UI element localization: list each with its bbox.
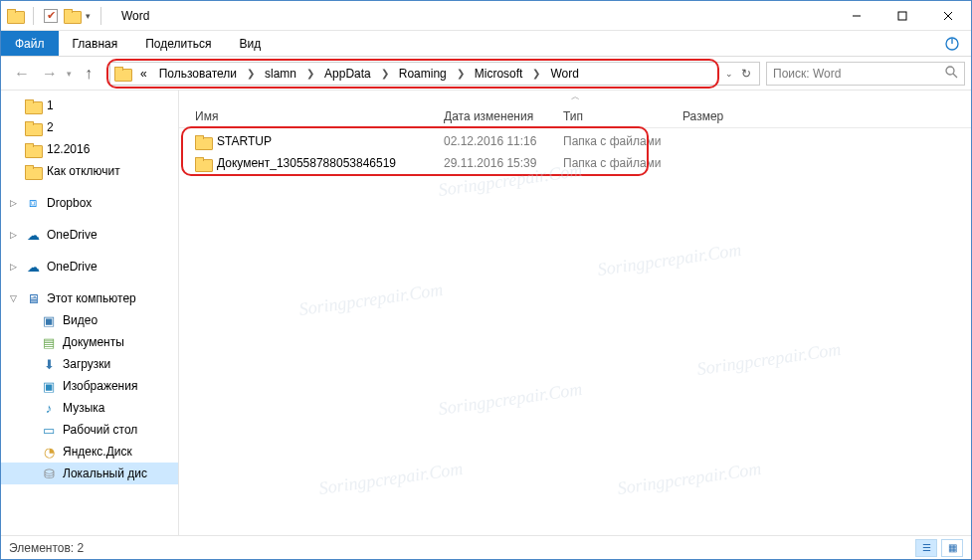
explorer-window: ✔ ▾ Word Файл Главная Поделиться Вид ← →… (0, 0, 972, 560)
nav-dropbox[interactable]: ▷⧈Dropbox (1, 192, 178, 214)
expand-icon[interactable]: ▷ (7, 230, 19, 240)
nav-label: Изображения (63, 379, 137, 393)
nav-label: Рабочий стол (63, 423, 137, 437)
col-type[interactable]: Тип (557, 109, 677, 123)
tab-view[interactable]: Вид (225, 31, 275, 56)
chevron-down-icon[interactable]: ▾ (86, 11, 91, 21)
folder-icon (195, 135, 211, 148)
nav-quick-item[interactable]: Как отключит (1, 160, 178, 182)
minimize-button[interactable] (834, 1, 879, 31)
tab-share[interactable]: Поделиться (131, 31, 225, 56)
breadcrumb-seg[interactable]: Пользователи (155, 67, 241, 81)
nav-quick-item[interactable]: 2 (1, 116, 178, 138)
expand-icon[interactable]: ▷ (7, 262, 19, 272)
folder-icon (7, 9, 23, 22)
nav-label: 2 (47, 120, 54, 134)
nav-label: Документы (63, 335, 124, 349)
up-button[interactable]: ↑ (78, 63, 99, 85)
breadcrumb-seg[interactable]: Word (546, 67, 582, 81)
nav-onedrive[interactable]: ▷☁OneDrive (1, 224, 178, 246)
window-title: Word (121, 9, 149, 23)
search-input[interactable]: Поиск: Word (766, 62, 965, 86)
file-row[interactable]: STARTUP 02.12.2016 11:16 Папка с файлами (189, 130, 971, 152)
watermark: Soringpcrepair.Com (317, 459, 464, 499)
close-button[interactable] (925, 1, 971, 31)
col-name[interactable]: Имя (189, 109, 438, 123)
file-list-pane: ︿ Имя Дата изменения Тип Размер STARTUP … (179, 91, 971, 535)
file-name: STARTUP (217, 134, 272, 148)
nav-pc-pictures[interactable]: ▣Изображения (1, 375, 178, 397)
expand-icon[interactable]: ▷ (7, 198, 19, 208)
column-headers: Имя Дата изменения Тип Размер (179, 104, 971, 128)
cloud-icon: ☁ (25, 227, 41, 243)
nav-onedrive[interactable]: ▷☁OneDrive (1, 256, 178, 278)
watermark: Soringpcrepair.Com (616, 459, 762, 499)
refresh-button[interactable]: ↻ (741, 67, 751, 81)
chevron-right-icon[interactable]: ❯ (245, 68, 257, 79)
ribbon-help-icon[interactable] (933, 31, 971, 56)
folder-icon (25, 143, 41, 156)
nav-pc-local-disk[interactable]: ⛁Локальный дис (1, 463, 178, 484)
file-rows: STARTUP 02.12.2016 11:16 Папка с файлами… (179, 128, 971, 174)
status-bar: Элементов: 2 ☰ ▦ (1, 535, 971, 559)
nav-pc-music[interactable]: ♪Музыка (1, 397, 178, 419)
breadcrumb-seg[interactable]: slamn (261, 67, 300, 81)
col-date[interactable]: Дата изменения (438, 109, 557, 123)
breadcrumb-seg[interactable]: AppData (320, 67, 375, 81)
watermark: Soringpcrepair.Com (437, 379, 583, 420)
computer-icon: 🖥 (25, 290, 41, 306)
breadcrumb-segments: « Пользователи❯ slamn❯ AppData❯ Roaming❯… (136, 67, 583, 81)
nav-pc-yandex-disk[interactable]: ◔Яндекс.Диск (1, 441, 178, 463)
forward-button[interactable]: → (39, 63, 61, 85)
svg-rect-1 (898, 12, 906, 20)
breadcrumb-seg[interactable]: Microsoft (471, 67, 527, 81)
watermark: Soringpcrepair.Com (596, 240, 742, 280)
nav-pc-downloads[interactable]: ⬇Загрузки (1, 353, 178, 375)
nav-quick-item[interactable]: 1 (1, 94, 178, 116)
folder-icon[interactable] (64, 9, 80, 22)
title-bar: ✔ ▾ Word (1, 1, 971, 31)
nav-arrows: ← → ▾ ↑ (7, 63, 103, 85)
col-size[interactable]: Размер (677, 109, 756, 123)
watermark: Soringpcrepair.Com (695, 339, 842, 380)
nav-label: Этот компьютер (47, 291, 136, 305)
nav-pc-desktop[interactable]: ▭Рабочий стол (1, 419, 178, 441)
chevron-right-icon[interactable]: ❯ (304, 68, 316, 79)
back-button[interactable]: ← (11, 63, 33, 85)
music-icon: ♪ (41, 400, 57, 416)
details-view-button[interactable]: ☰ (915, 539, 937, 557)
view-switcher: ☰ ▦ (915, 539, 963, 557)
chevron-right-icon[interactable]: ❯ (379, 68, 391, 79)
breadcrumb[interactable]: « Пользователи❯ slamn❯ AppData❯ Roaming❯… (109, 62, 760, 86)
video-icon: ▣ (41, 312, 57, 328)
recent-locations-button[interactable]: ▾ (67, 69, 72, 79)
tab-file[interactable]: Файл (1, 31, 59, 56)
checkbox-icon[interactable]: ✔ (44, 9, 58, 23)
breadcrumb-seg[interactable]: Roaming (395, 67, 451, 81)
history-dropdown[interactable]: ⌄ (725, 69, 733, 79)
window-controls (834, 1, 971, 31)
tab-home[interactable]: Главная (59, 31, 132, 56)
nav-pc-videos[interactable]: ▣Видео (1, 309, 178, 331)
chevron-right-icon[interactable]: ❯ (455, 68, 467, 79)
nav-pc-documents[interactable]: ▤Документы (1, 331, 178, 353)
collapse-icon[interactable]: ▽ (7, 293, 19, 303)
file-type: Папка с файлами (557, 156, 677, 170)
ribbon-tabs: Файл Главная Поделиться Вид (1, 31, 971, 57)
breadcrumb-overflow[interactable]: « (136, 67, 151, 81)
svg-point-6 (946, 67, 954, 75)
nav-label: OneDrive (47, 228, 97, 242)
drive-icon: ⛁ (41, 466, 57, 481)
nav-label: Загрузки (63, 357, 110, 371)
icons-view-button[interactable]: ▦ (941, 539, 963, 557)
quick-access-toolbar: ✔ ▾ (1, 7, 111, 25)
search-icon[interactable] (945, 66, 958, 82)
file-type: Папка с файлами (557, 134, 677, 148)
nav-this-pc[interactable]: ▽🖥Этот компьютер (1, 287, 178, 309)
maximize-button[interactable] (879, 1, 925, 31)
nav-label: OneDrive (47, 260, 97, 274)
chevron-right-icon[interactable]: ❯ (530, 68, 542, 79)
file-row[interactable]: Документ_130558788053846519 29.11.2016 1… (189, 152, 971, 174)
nav-quick-item[interactable]: 12.2016 (1, 138, 178, 160)
navigation-pane[interactable]: 1 2 12.2016 Как отключит ▷⧈Dropbox ▷☁One… (1, 91, 179, 535)
